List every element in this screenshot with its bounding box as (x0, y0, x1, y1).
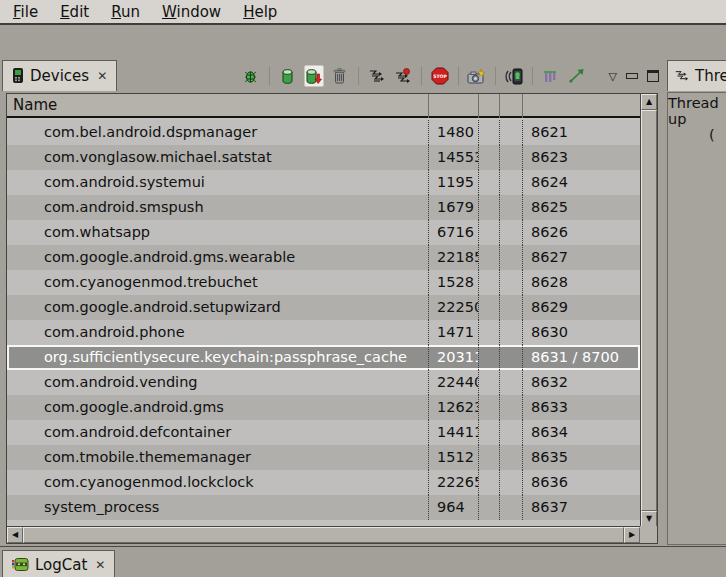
menu-edit[interactable]: Edit (49, 2, 100, 22)
empty-cell (479, 470, 500, 495)
minimize-icon[interactable] (626, 73, 638, 79)
column-header-2[interactable] (479, 94, 500, 118)
menu-help[interactable]: Help (232, 2, 288, 22)
pid-cell: 22250 (429, 295, 479, 320)
empty-cell (500, 195, 523, 220)
menu-window[interactable]: Window (151, 2, 232, 22)
port-cell: 8626 (523, 220, 640, 245)
sysinfo-icon[interactable] (541, 65, 561, 87)
table-row[interactable]: com.cyanogenmod.lockclock222658636 (7, 470, 640, 495)
column-header-pid[interactable] (429, 94, 479, 118)
port-cell: 8636 (523, 470, 640, 495)
process-name-cell: org.sufficientlysecure.keychain:passphra… (7, 345, 429, 370)
update-heap-icon[interactable] (278, 65, 298, 87)
port-cell: 8633 (523, 395, 640, 420)
close-icon[interactable]: ✕ (95, 559, 105, 571)
tab-logcat-label: LogCat (35, 556, 87, 574)
table-row[interactable]: com.android.defcontainer144118634 (7, 420, 640, 445)
table-row[interactable]: com.cyanogenmod.trebuchet15288628 (7, 270, 640, 295)
table-row[interactable]: com.google.android.gms126238633 (7, 395, 640, 420)
threads-icon (368, 68, 385, 85)
scrollbar-corner (640, 526, 657, 543)
process-name-cell: com.whatsapp (7, 220, 429, 245)
horizontal-scrollbar[interactable]: ◀ ▶ (7, 526, 640, 543)
devices-table: Name com.bel.android.dspmanager14808621c… (6, 93, 658, 544)
update-threads-icon[interactable] (367, 65, 387, 87)
table-row[interactable]: com.android.systemui11958624 (7, 170, 640, 195)
logcat-icon (12, 557, 29, 572)
vertical-scroll-thumb[interactable] (641, 110, 657, 511)
scroll-left-icon[interactable]: ◀ (7, 527, 23, 543)
pid-cell: 22185 (429, 245, 479, 270)
vertical-scrollbar[interactable]: ▲ ▼ (640, 94, 657, 527)
empty-cell (500, 270, 523, 295)
empty-cell (479, 395, 500, 420)
port-cell: 8627 (523, 245, 640, 270)
pid-cell: 1480 (429, 120, 479, 145)
column-header-3[interactable] (500, 94, 523, 118)
dump-hprof-icon[interactable] (304, 65, 324, 87)
table-row[interactable]: com.whatsapp67168626 (7, 220, 640, 245)
menu-file[interactable]: File (2, 2, 49, 22)
tab-logcat[interactable]: LogCat ✕ (2, 550, 115, 577)
empty-cell (500, 345, 523, 370)
tab-threads[interactable]: Threa (667, 60, 726, 91)
scroll-right-icon[interactable]: ▶ (624, 527, 640, 543)
table-row[interactable]: org.sufficientlysecure.keychain:passphra… (7, 345, 640, 370)
cause-gc-icon[interactable] (330, 65, 350, 87)
start-opengl-trace-icon[interactable] (567, 65, 587, 87)
view-menu-icon[interactable]: ▽ (609, 71, 617, 82)
empty-cell (500, 395, 523, 420)
horizontal-scroll-thumb[interactable] (23, 527, 624, 543)
tab-devices-label: Devices (30, 67, 89, 85)
table-row[interactable]: com.bel.android.dspmanager14808621 (7, 120, 640, 145)
empty-cell (479, 245, 500, 270)
column-header-port[interactable] (523, 94, 640, 118)
port-cell: 8628 (523, 270, 640, 295)
table-row[interactable]: com.tmobile.thememanager15128635 (7, 445, 640, 470)
table-row[interactable]: com.google.android.setupwizard222508629 (7, 295, 640, 320)
scroll-down-icon[interactable]: ▼ (641, 511, 657, 527)
close-icon[interactable]: ✕ (97, 70, 107, 82)
port-cell: 8625 (523, 195, 640, 220)
process-name-cell: com.cyanogenmod.lockclock (7, 470, 429, 495)
table-row[interactable]: com.android.phone14718630 (7, 320, 640, 345)
tab-devices[interactable]: Devices ✕ (2, 60, 117, 91)
port-cell: 8637 (523, 495, 640, 520)
port-cell: 8632 (523, 370, 640, 395)
stop-process-icon[interactable]: STOP (430, 65, 450, 87)
frame-capture-icon[interactable] (504, 65, 524, 87)
empty-cell (500, 470, 523, 495)
table-row[interactable]: com.google.android.gms.wearable221858627 (7, 245, 640, 270)
table-row[interactable]: com.android.vending224408632 (7, 370, 640, 395)
process-name-cell: com.tmobile.thememanager (7, 445, 429, 470)
menu-run[interactable]: Run (100, 2, 151, 22)
port-cell: 8621 (523, 120, 640, 145)
pid-cell: 1471 (429, 320, 479, 345)
logcat-view: LogCat ✕ (0, 546, 726, 577)
screen-capture-icon[interactable] (467, 65, 487, 87)
pid-cell: 14411 (429, 420, 479, 445)
empty-cell (500, 320, 523, 345)
scroll-up-icon[interactable]: ▲ (641, 94, 657, 110)
devices-view: Devices ✕ (2, 60, 662, 546)
port-cell: 8629 (523, 295, 640, 320)
port-cell: 8635 (523, 445, 640, 470)
column-header-name[interactable]: Name (7, 94, 429, 118)
process-name-cell: system_process (7, 495, 429, 520)
pid-cell: 6716 (429, 220, 479, 245)
table-row[interactable]: system_process9648637 (7, 495, 640, 520)
start-method-profiling-icon[interactable] (393, 65, 413, 87)
process-name-cell: com.android.systemui (7, 170, 429, 195)
process-name-cell: com.android.vending (7, 370, 429, 395)
table-header: Name (7, 94, 640, 118)
maximize-icon[interactable] (647, 70, 659, 82)
pid-cell: 20311 (429, 345, 479, 370)
debug-attach-icon[interactable] (241, 65, 261, 87)
table-row[interactable]: com.android.smspush16798625 (7, 195, 640, 220)
stop-sign-icon: STOP (431, 67, 449, 85)
port-cell: 8634 (523, 420, 640, 445)
devices-tabstrip: Devices ✕ (2, 60, 662, 92)
sysinfo-bars-icon (543, 69, 559, 84)
table-row[interactable]: com.vonglasow.michael.satstat145538623 (7, 145, 640, 170)
